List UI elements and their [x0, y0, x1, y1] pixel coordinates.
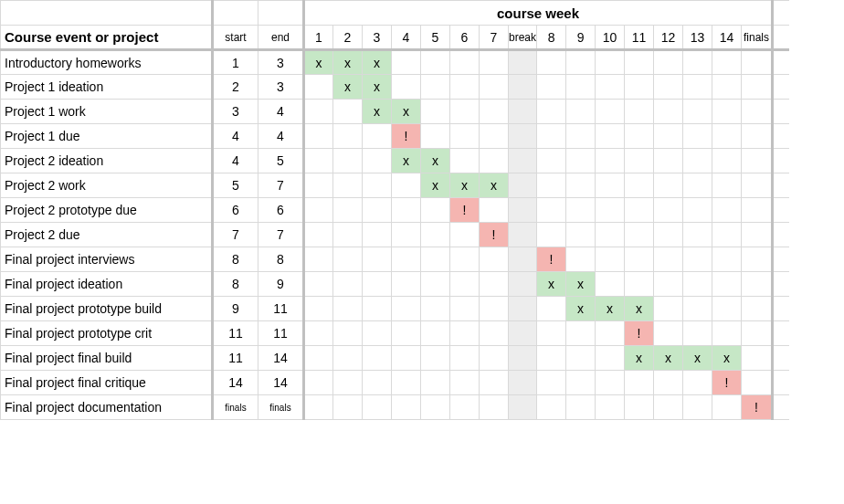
- timeline-cell: [683, 223, 712, 247]
- weeks-header: course week: [304, 1, 773, 26]
- timeline-cell: [712, 272, 742, 297]
- timeline-cell: [712, 75, 742, 100]
- week-header: 6: [450, 26, 480, 50]
- timeline-cell: x: [596, 297, 625, 321]
- timeline-cell: [596, 223, 625, 247]
- timeline-cell: x: [480, 173, 509, 198]
- start-value: 1: [213, 50, 258, 75]
- blank-cell: [773, 346, 789, 371]
- timeline-cell: [537, 75, 566, 100]
- timeline-cell: [654, 50, 683, 75]
- blank-cell: [773, 1, 789, 26]
- timeline-cell: [509, 247, 537, 272]
- timeline-cell: [625, 100, 654, 124]
- start-value: finals: [213, 395, 258, 420]
- timeline-cell: [480, 100, 509, 124]
- end-value: 14: [258, 371, 304, 395]
- timeline-cell: [566, 198, 596, 223]
- timeline-cell: [596, 100, 625, 124]
- timeline-cell: [683, 198, 712, 223]
- timeline-cell: [654, 297, 683, 321]
- timeline-cell: [509, 50, 537, 75]
- timeline-cell: [363, 272, 392, 297]
- timeline-cell: [363, 247, 392, 272]
- timeline-cell: [509, 346, 537, 371]
- event-name: Project 2 prototype due: [1, 198, 213, 223]
- timeline-cell: [450, 346, 480, 371]
- timeline-cell: [392, 50, 421, 75]
- blank-cell: [773, 395, 789, 420]
- timeline-cell: [566, 247, 596, 272]
- end-value: 4: [258, 124, 304, 149]
- start-value: 8: [213, 247, 258, 272]
- timeline-cell: [712, 100, 742, 124]
- timeline-cell: [333, 198, 363, 223]
- timeline-cell: [480, 321, 509, 346]
- end-value: 5: [258, 149, 304, 173]
- timeline-cell: !: [537, 247, 566, 272]
- timeline-cell: x: [363, 100, 392, 124]
- timeline-cell: [537, 297, 566, 321]
- timeline-cell: [392, 346, 421, 371]
- timeline-cell: [450, 149, 480, 173]
- week-header: 7: [480, 26, 509, 50]
- timeline-cell: [566, 100, 596, 124]
- week-header: 5: [421, 26, 450, 50]
- end-header: end: [258, 26, 304, 50]
- timeline-cell: [566, 124, 596, 149]
- timeline-cell: [450, 272, 480, 297]
- blank-cell: [773, 321, 789, 346]
- end-value: 14: [258, 346, 304, 371]
- timeline-cell: [742, 371, 773, 395]
- timeline-cell: [450, 395, 480, 420]
- table-row: Project 2 due77!: [1, 223, 789, 247]
- timeline-cell: [333, 173, 363, 198]
- end-value: 9: [258, 272, 304, 297]
- end-value: 11: [258, 297, 304, 321]
- table-row: Project 1 ideation23xx: [1, 75, 789, 100]
- timeline-cell: [742, 297, 773, 321]
- timeline-cell: [596, 247, 625, 272]
- timeline-cell: [333, 247, 363, 272]
- event-name: Final project documentation: [1, 395, 213, 420]
- timeline-cell: [654, 371, 683, 395]
- timeline-cell: [509, 223, 537, 247]
- timeline-cell: [392, 272, 421, 297]
- timeline-cell: [683, 149, 712, 173]
- timeline-cell: [421, 272, 450, 297]
- event-name: Final project final build: [1, 346, 213, 371]
- timeline-cell: [363, 371, 392, 395]
- start-value: 4: [213, 124, 258, 149]
- timeline-cell: [683, 297, 712, 321]
- table-row: Final project prototype crit1111!: [1, 321, 789, 346]
- timeline-cell: [509, 124, 537, 149]
- timeline-cell: x: [537, 272, 566, 297]
- timeline-cell: [712, 223, 742, 247]
- timeline-cell: x: [683, 346, 712, 371]
- start-value: 2: [213, 75, 258, 100]
- timeline-cell: [683, 395, 712, 420]
- table-row: Final project interviews88!: [1, 247, 789, 272]
- timeline-cell: [625, 50, 654, 75]
- week-header: 11: [625, 26, 654, 50]
- timeline-cell: [304, 371, 333, 395]
- timeline-cell: [509, 75, 537, 100]
- timeline-cell: [421, 321, 450, 346]
- table-row: Project 1 due44!: [1, 124, 789, 149]
- start-value: 7: [213, 223, 258, 247]
- timeline-cell: [450, 100, 480, 124]
- timeline-cell: [712, 321, 742, 346]
- timeline-cell: [596, 272, 625, 297]
- timeline-cell: [304, 198, 333, 223]
- week-header: 2: [333, 26, 363, 50]
- timeline-cell: [596, 173, 625, 198]
- timeline-cell: [596, 371, 625, 395]
- timeline-cell: [480, 395, 509, 420]
- week-header: 10: [596, 26, 625, 50]
- end-value: 7: [258, 173, 304, 198]
- timeline-cell: [566, 50, 596, 75]
- timeline-cell: [421, 198, 450, 223]
- blank-cell: [1, 1, 213, 26]
- timeline-cell: [742, 223, 773, 247]
- timeline-cell: !: [712, 371, 742, 395]
